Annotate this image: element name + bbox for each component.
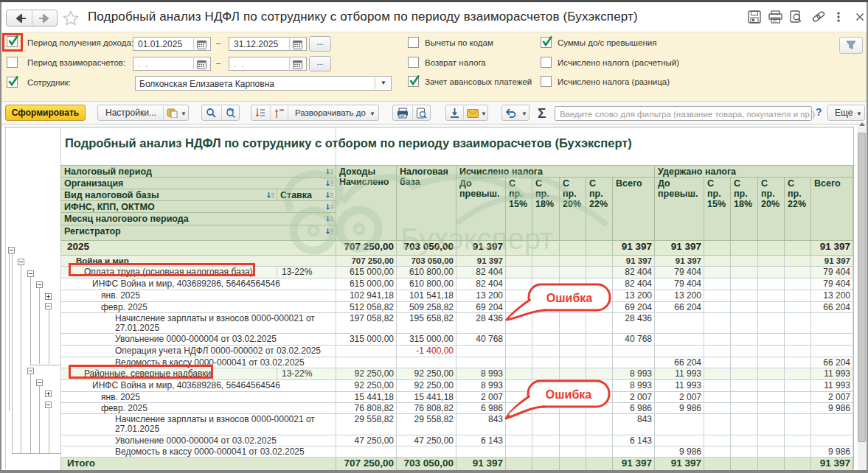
svg-text:Ошибка: Ошибка xyxy=(546,292,593,304)
svg-text:Ошибка: Ошибка xyxy=(546,388,592,401)
